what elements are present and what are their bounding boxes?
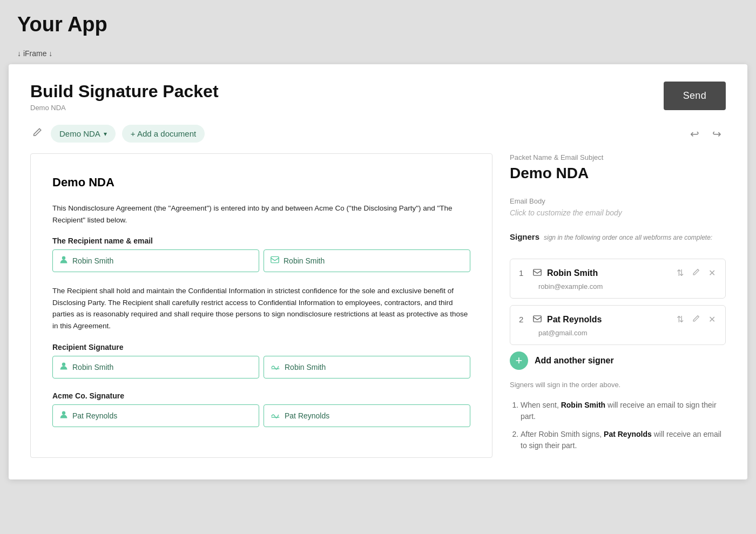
page-title-area: Build Signature Packet Demo NDA	[30, 82, 219, 112]
recipient-name-row: Robin Smith Robin Smith	[52, 249, 470, 272]
signer-card-2: 2 Pat Reynolds ⇅ ✕ pat@gmail.com	[510, 305, 726, 345]
iframe-label: ↓ iFrame ↓	[0, 45, 756, 64]
email-body-placeholder[interactable]: Click to customize the email body	[510, 208, 726, 217]
recipient-email-field[interactable]: Robin Smith	[264, 249, 470, 272]
recipient-name-field[interactable]: Robin Smith	[52, 249, 259, 272]
signature-icon	[271, 362, 280, 372]
signers-header-row: Signers sign in the following order once…	[510, 232, 726, 250]
signer-email-icon-2	[533, 315, 542, 324]
recipient-email-value: Robin Smith	[284, 256, 325, 265]
acme-sig-label: Acme Co. Signature	[52, 391, 470, 400]
recipient-sig-name-value: Robin Smith	[72, 363, 113, 371]
acme-sig-name-field[interactable]: Pat Reynolds	[52, 404, 259, 427]
signer-1-reorder-button[interactable]: ⇅	[676, 267, 685, 279]
signer-2-edit-button[interactable]	[691, 314, 701, 326]
acme-sig-row: Pat Reynolds Pat Reynolds	[52, 404, 470, 427]
doc-tab-label: Demo NDA	[59, 129, 100, 138]
recipient-section-label: The Recipient name & email	[52, 236, 470, 245]
add-signer-row[interactable]: + Add another signer	[510, 352, 726, 370]
signer-email-icon-1	[533, 269, 542, 278]
sign-step-2: After Robin Smith signs, Pat Reynolds wi…	[521, 429, 726, 451]
page-header: Build Signature Packet Demo NDA Send	[30, 82, 726, 112]
signer-1-name: Robin Smith	[547, 268, 670, 278]
recipient-sig-row: Robin Smith Robin Smith	[52, 356, 470, 378]
signer-card-1: 1 Robin Smith ⇅ ✕ robin@example.com	[510, 259, 726, 299]
signer-2-name: Pat Reynolds	[547, 315, 670, 325]
page-title: Build Signature Packet	[30, 82, 219, 102]
main-content: Demo NDA This Nondisclosure Agreement (t…	[30, 153, 726, 458]
person-icon-sig	[59, 362, 68, 373]
document-title: Demo NDA	[52, 175, 470, 190]
acme-sig-value: Pat Reynolds	[285, 411, 329, 420]
redo-button[interactable]: ↪	[708, 125, 726, 143]
email-body-label: Email Body	[510, 197, 726, 205]
svg-rect-6	[534, 269, 541, 275]
svg-point-2	[62, 362, 65, 366]
person-icon	[59, 255, 68, 266]
acme-sig-field[interactable]: Pat Reynolds	[264, 404, 470, 427]
signer-2-remove-button[interactable]: ✕	[707, 313, 717, 326]
document-panel: Demo NDA This Nondisclosure Agreement (t…	[30, 153, 492, 458]
signers-subtext: sign in the following order once all web…	[544, 234, 712, 241]
signer-2-reorder-button[interactable]: ⇅	[676, 313, 685, 326]
signer-num-1: 1	[519, 268, 528, 278]
send-button[interactable]: Send	[664, 82, 726, 110]
doc-tab[interactable]: Demo NDA ▾	[51, 125, 116, 143]
iframe-container: Build Signature Packet Demo NDA Send Dem…	[9, 64, 747, 479]
svg-rect-1	[271, 257, 279, 263]
signers-header: Signers	[510, 232, 539, 241]
recipient-sig-value: Robin Smith	[285, 363, 326, 371]
sign-step-1: When sent, Robin Smith will receive an e…	[521, 400, 726, 422]
signer-1-edit-button[interactable]	[691, 267, 701, 279]
add-doc-label: + Add a document	[131, 129, 196, 138]
recipient-name-value: Robin Smith	[72, 256, 113, 265]
packet-name-value: Demo NDA	[510, 165, 726, 182]
svg-point-0	[62, 256, 65, 260]
acme-sig-name-value: Pat Reynolds	[72, 411, 117, 420]
toolbar: Demo NDA ▾ + Add a document ↩ ↪	[30, 125, 726, 143]
svg-point-4	[62, 411, 65, 414]
add-signer-label: Add another signer	[535, 356, 614, 366]
svg-rect-7	[534, 315, 541, 321]
recipient-sig-name-field[interactable]: Robin Smith	[52, 356, 259, 378]
recipient-sig-label: Recipient Signature	[52, 343, 470, 352]
signer-1-actions: ⇅ ✕	[676, 267, 717, 279]
signer-2-email: pat@gmail.com	[538, 329, 717, 337]
app-title: Your App	[17, 13, 739, 36]
signer-2-actions: ⇅ ✕	[676, 313, 717, 326]
packet-name-label: Packet Name & Email Subject	[510, 153, 726, 161]
document-intro: This Nondisclosure Agreement (the "Agree…	[52, 202, 470, 226]
add-signer-icon: +	[510, 352, 528, 370]
chevron-down-icon: ▾	[104, 130, 107, 138]
signer-card-top-2: 2 Pat Reynolds ⇅ ✕	[519, 313, 717, 326]
signer-card-top-1: 1 Robin Smith ⇅ ✕	[519, 267, 717, 279]
edit-icon-button[interactable]	[30, 125, 44, 142]
signer-num-2: 2	[519, 315, 528, 324]
sign-steps: When sent, Robin Smith will receive an e…	[510, 400, 726, 451]
page-subtitle: Demo NDA	[30, 104, 219, 112]
undo-button[interactable]: ↩	[686, 125, 704, 143]
add-document-button[interactable]: + Add a document	[122, 125, 205, 143]
signer-1-email: robin@example.com	[538, 282, 717, 290]
nav-arrows: ↩ ↪	[686, 125, 726, 143]
signer-1-remove-button[interactable]: ✕	[707, 267, 717, 279]
document-body: The Recipient shall hold and maintain th…	[52, 285, 470, 332]
recipient-sig-field[interactable]: Robin Smith	[264, 356, 470, 378]
sign-order-note: Signers will sign in the order above.	[510, 381, 726, 389]
person-icon-acme	[59, 410, 68, 421]
acme-signature-icon	[271, 411, 280, 421]
right-panel: Packet Name & Email Subject Demo NDA Ema…	[510, 153, 726, 458]
email-icon	[271, 256, 279, 266]
